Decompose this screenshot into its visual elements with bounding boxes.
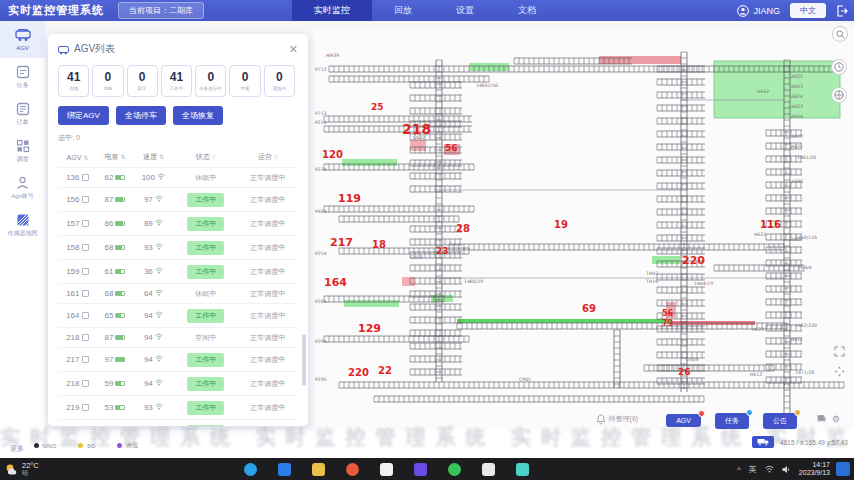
legend-item-0: UNO	[34, 441, 56, 450]
stat-box-0[interactable]: 41在线	[58, 65, 89, 97]
weather-temp: 22°C	[22, 462, 39, 470]
locate-checkbox[interactable]	[82, 290, 89, 297]
agv-row-156[interactable]: 156 8797 工作中正常调度中	[58, 188, 298, 212]
locate-checkbox[interactable]	[82, 312, 89, 319]
weather-desc: 晴	[22, 470, 39, 477]
taskbar-app-icon-4[interactable]	[380, 463, 393, 476]
nav-item-0[interactable]: 实时监控	[292, 0, 372, 21]
user-menu[interactable]: JIANG	[737, 5, 780, 17]
map-bar-button-1[interactable]: 任务	[715, 413, 749, 429]
notification-center-icon[interactable]	[836, 462, 850, 476]
settings-mini-icon[interactable]: ⚙	[832, 414, 840, 424]
legend-dot	[78, 443, 83, 448]
legend-dot	[34, 443, 39, 448]
panel-scrollbar[interactable]	[302, 334, 306, 386]
stat-box-1[interactable]: 0充电	[92, 65, 123, 97]
status-text: 休眠中	[195, 174, 216, 181]
agv-row-164[interactable]: 164 6594 工作中正常调度中	[58, 304, 298, 328]
map-search-button[interactable]	[832, 26, 848, 42]
nav-item-3[interactable]: 文档	[496, 0, 558, 21]
agv-row-220[interactable]: 220 5293 工作中正常调度中	[58, 420, 298, 427]
col-header-4[interactable]: 运营 ▽	[238, 148, 298, 168]
taskbar-app-icon-6[interactable]	[448, 463, 461, 476]
panel-button-0[interactable]: 绑定AGV	[58, 106, 109, 125]
locate-checkbox[interactable]	[82, 356, 89, 363]
map-fullscreen-button[interactable]	[831, 343, 847, 359]
agv-row-219[interactable]: 219 5393 工作中正常调度中	[58, 396, 298, 420]
svg-text:A622: A622	[791, 134, 803, 139]
locate-checkbox[interactable]	[82, 244, 89, 251]
close-icon[interactable]: ✕	[289, 44, 298, 54]
order-icon	[16, 102, 30, 116]
map-compass-button[interactable]	[831, 87, 847, 103]
locate-checkbox[interactable]	[82, 334, 89, 341]
locate-checkbox[interactable]	[82, 220, 89, 227]
taskbar-app-icon-0[interactable]	[244, 463, 257, 476]
map-pan-button[interactable]	[831, 363, 847, 379]
tray-caret-icon[interactable]: ^	[737, 465, 741, 474]
map-timer-button[interactable]	[831, 59, 847, 75]
agv-row-136[interactable]: 136 62100 休眠中正常调度中	[58, 168, 298, 188]
taskbar-app-icon-8[interactable]	[516, 463, 529, 476]
col-header-2[interactable]: 速度 ⇅	[133, 148, 174, 168]
sidebar-item-3[interactable]: 调度	[0, 132, 45, 169]
taskbar-clock[interactable]: 14:17 2023/9/13	[799, 461, 830, 477]
svg-text:19: 19	[554, 219, 568, 230]
wifi-icon	[155, 333, 163, 340]
panel-button-1[interactable]: 全场停车	[116, 106, 166, 125]
logout-icon[interactable]	[836, 5, 848, 17]
taskbar-app-icon-7[interactable]	[482, 463, 495, 476]
taskbar-app-icons	[244, 463, 550, 476]
stat-box-2[interactable]: 0异常	[127, 65, 158, 97]
agv-row-218[interactable]: 218 5994 工作中正常调度中	[58, 372, 298, 396]
nav-item-1[interactable]: 回放	[372, 0, 434, 21]
sidebar-item-more[interactable]: 更多	[10, 444, 24, 454]
volume-icon[interactable]	[782, 465, 791, 474]
stat-box-3[interactable]: 41工作中	[161, 65, 192, 97]
speed-value: 94	[144, 355, 153, 364]
cart-mini-icon[interactable]: ⛟	[817, 414, 826, 424]
agv-row-161[interactable]: 161 6864 休眠中正常调度中	[58, 284, 298, 304]
ime-indicator[interactable]: 英	[749, 464, 757, 475]
map-bar-button-2[interactable]: 公告	[763, 413, 797, 429]
agv-locate-button[interactable]	[752, 436, 774, 448]
language-button[interactable]: 中文	[790, 3, 826, 18]
map-bar-button-0[interactable]: AGV	[666, 414, 701, 427]
stat-box-5[interactable]: 0空闲	[229, 65, 260, 97]
agv-row-218[interactable]: 218 8794 空闲中正常调度中	[58, 328, 298, 348]
sidebar-item-0[interactable]: AGV	[0, 21, 45, 58]
factory-map[interactable]: HM39P712P713P214P234P404P254P264P294P295…	[314, 30, 854, 430]
panel-button-2[interactable]: 全场恢复	[173, 106, 223, 125]
pending-alerts[interactable]: 待整理(6)	[596, 414, 639, 425]
taskbar-app-icon-5[interactable]	[414, 463, 427, 476]
agv-row-158[interactable]: 158 6893 工作中正常调度中	[58, 236, 298, 260]
svg-text:C901: C901	[519, 377, 531, 382]
stat-box-6[interactable]: 0离线中	[264, 65, 295, 97]
sidebar-item-5[interactable]: 传感器地图	[0, 206, 45, 243]
taskbar-app-icon-3[interactable]	[346, 463, 359, 476]
taskbar-weather[interactable]: 22°C 晴	[4, 462, 74, 477]
nav-item-2[interactable]: 设置	[434, 0, 496, 21]
svg-text:1460/29: 1460/29	[464, 279, 483, 284]
taskbar-app-icon-1[interactable]	[278, 463, 291, 476]
agv-id: 219	[66, 403, 79, 412]
agv-row-217[interactable]: 217 9794 工作中正常调度中	[58, 348, 298, 372]
agv-row-159[interactable]: 159 6136 工作中正常调度中	[58, 260, 298, 284]
locate-checkbox[interactable]	[82, 196, 89, 203]
agv-row-157[interactable]: 157 8689 工作中正常调度中	[58, 212, 298, 236]
network-icon[interactable]	[765, 465, 774, 473]
col-header-1[interactable]: 电量 ⇅	[97, 148, 133, 168]
stat-box-4[interactable]: 0任务执行中	[195, 65, 226, 97]
sidebar-item-4[interactable]: Agv账号	[0, 169, 45, 206]
taskbar-app-icon-2[interactable]	[312, 463, 325, 476]
col-header-3[interactable]: 状态 ▽	[174, 148, 238, 168]
badge-dot	[746, 409, 753, 416]
locate-checkbox[interactable]	[82, 404, 89, 411]
locate-checkbox[interactable]	[82, 268, 89, 275]
sidebar-item-1[interactable]: 任务	[0, 58, 45, 95]
sidebar-item-2[interactable]: 订单	[0, 95, 45, 132]
project-selector[interactable]: 当前项目：二期库	[118, 2, 204, 19]
locate-checkbox[interactable]	[82, 174, 89, 181]
locate-checkbox[interactable]	[82, 380, 89, 387]
col-header-0[interactable]: AGV ⇅	[58, 148, 97, 168]
